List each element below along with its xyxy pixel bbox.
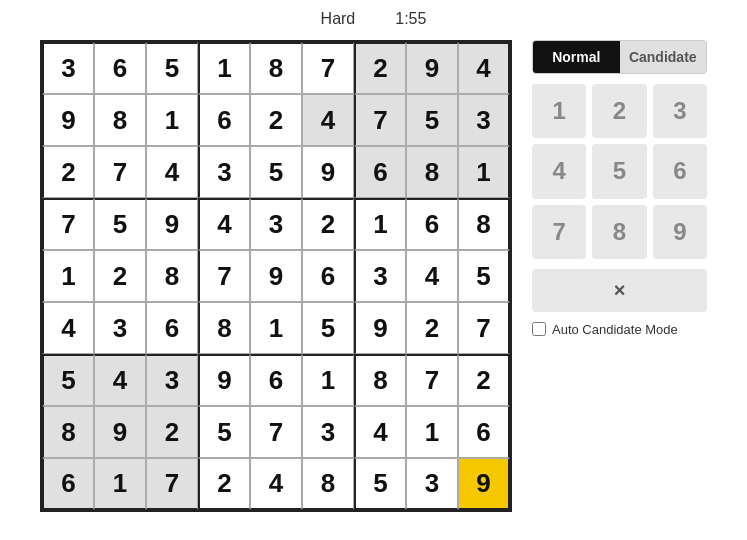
auto-candidate-label[interactable]: Auto Candidate Mode [532, 322, 707, 337]
cell[interactable]: 2 [458, 354, 510, 406]
cell[interactable]: 8 [94, 94, 146, 146]
cell[interactable]: 1 [94, 458, 146, 510]
cell[interactable]: 8 [354, 354, 406, 406]
num-3-button[interactable]: 3 [653, 84, 707, 138]
cell[interactable]: 8 [406, 146, 458, 198]
cell[interactable]: 9 [94, 406, 146, 458]
cell[interactable]: 9 [354, 302, 406, 354]
candidate-mode-button[interactable]: Candidate [620, 41, 707, 73]
cell[interactable]: 2 [42, 146, 94, 198]
cell[interactable]: 7 [250, 406, 302, 458]
cell[interactable]: 8 [198, 302, 250, 354]
cell[interactable]: 9 [146, 198, 198, 250]
cell[interactable]: 8 [146, 250, 198, 302]
cell[interactable]: 1 [42, 250, 94, 302]
cell[interactable]: 3 [146, 354, 198, 406]
cell[interactable]: 7 [94, 146, 146, 198]
cell[interactable]: 4 [458, 42, 510, 94]
cell[interactable]: 3 [42, 42, 94, 94]
cell[interactable]: 1 [198, 42, 250, 94]
cell[interactable]: 6 [198, 94, 250, 146]
sudoku-grid[interactable]: 3651872949816247532743596817594321681287… [40, 40, 512, 512]
cell[interactable]: 1 [146, 94, 198, 146]
cell[interactable]: 7 [42, 198, 94, 250]
num-7-button[interactable]: 7 [532, 205, 586, 259]
num-2-button[interactable]: 2 [592, 84, 646, 138]
mode-toggle[interactable]: Normal Candidate [532, 40, 707, 74]
num-4-button[interactable]: 4 [532, 144, 586, 198]
cell[interactable]: 4 [94, 354, 146, 406]
cell[interactable]: 6 [94, 42, 146, 94]
cell[interactable]: 4 [354, 406, 406, 458]
cell[interactable]: 4 [250, 458, 302, 510]
num-1-button[interactable]: 1 [532, 84, 586, 138]
cell[interactable]: 3 [302, 406, 354, 458]
cell[interactable]: 7 [198, 250, 250, 302]
cell[interactable]: 7 [302, 42, 354, 94]
cell[interactable]: 5 [42, 354, 94, 406]
cell[interactable]: 9 [198, 354, 250, 406]
cell[interactable]: 2 [302, 198, 354, 250]
cell[interactable]: 5 [302, 302, 354, 354]
cell[interactable]: 4 [146, 146, 198, 198]
cell[interactable]: 5 [458, 250, 510, 302]
num-8-button[interactable]: 8 [592, 205, 646, 259]
cell[interactable]: 1 [458, 146, 510, 198]
cell[interactable]: 8 [250, 42, 302, 94]
cell[interactable]: 6 [458, 406, 510, 458]
cell[interactable]: 9 [406, 42, 458, 94]
cell[interactable]: 4 [406, 250, 458, 302]
cell[interactable]: 2 [250, 94, 302, 146]
cell[interactable]: 3 [354, 250, 406, 302]
right-panel: Normal Candidate 123456789 × Auto Candid… [532, 40, 707, 337]
cell[interactable]: 4 [302, 94, 354, 146]
cell[interactable]: 8 [458, 198, 510, 250]
cell[interactable]: 7 [354, 94, 406, 146]
cell[interactable]: 5 [250, 146, 302, 198]
cell[interactable]: 5 [198, 406, 250, 458]
cell[interactable]: 4 [198, 198, 250, 250]
cell[interactable]: 6 [146, 302, 198, 354]
cell[interactable]: 7 [146, 458, 198, 510]
cell[interactable]: 5 [94, 198, 146, 250]
cell[interactable]: 6 [354, 146, 406, 198]
cell[interactable]: 5 [354, 458, 406, 510]
cell[interactable]: 7 [406, 354, 458, 406]
cell[interactable]: 1 [406, 406, 458, 458]
cell[interactable]: 6 [42, 458, 94, 510]
cell[interactable]: 3 [458, 94, 510, 146]
cell[interactable]: 9 [42, 94, 94, 146]
cell[interactable]: 9 [250, 250, 302, 302]
normal-mode-button[interactable]: Normal [533, 41, 620, 73]
cell[interactable]: 3 [250, 198, 302, 250]
cell[interactable]: 6 [406, 198, 458, 250]
cell[interactable]: 8 [42, 406, 94, 458]
cell[interactable]: 6 [250, 354, 302, 406]
cell[interactable]: 9 [458, 458, 510, 510]
game-header: Hard 1:55 [321, 10, 427, 28]
cell[interactable]: 5 [406, 94, 458, 146]
auto-candidate-checkbox[interactable] [532, 322, 546, 336]
cell[interactable]: 3 [94, 302, 146, 354]
cell[interactable]: 7 [458, 302, 510, 354]
cell[interactable]: 8 [302, 458, 354, 510]
numpad: 123456789 [532, 84, 707, 259]
cell[interactable]: 3 [198, 146, 250, 198]
cell[interactable]: 2 [354, 42, 406, 94]
num-9-button[interactable]: 9 [653, 205, 707, 259]
cell[interactable]: 2 [198, 458, 250, 510]
cell[interactable]: 2 [146, 406, 198, 458]
cell[interactable]: 2 [406, 302, 458, 354]
cell[interactable]: 2 [94, 250, 146, 302]
delete-button[interactable]: × [532, 269, 707, 312]
cell[interactable]: 1 [250, 302, 302, 354]
cell[interactable]: 6 [302, 250, 354, 302]
num-6-button[interactable]: 6 [653, 144, 707, 198]
cell[interactable]: 1 [354, 198, 406, 250]
cell[interactable]: 3 [406, 458, 458, 510]
cell[interactable]: 9 [302, 146, 354, 198]
num-5-button[interactable]: 5 [592, 144, 646, 198]
cell[interactable]: 5 [146, 42, 198, 94]
cell[interactable]: 1 [302, 354, 354, 406]
cell[interactable]: 4 [42, 302, 94, 354]
